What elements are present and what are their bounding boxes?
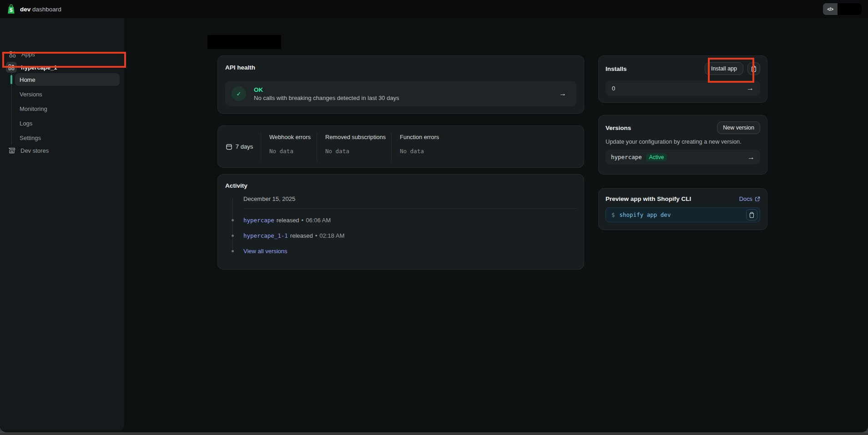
activity-title: Activity — [225, 182, 576, 189]
activity-event: hypercape_1-1 released • 02:18 AM — [243, 231, 576, 240]
api-health-card: API health ✓ OK No calls with breaking c… — [217, 55, 584, 114]
event-time: 02:18 AM — [319, 232, 344, 239]
shopify-logo-icon: S — [6, 4, 16, 15]
clipboard-icon — [751, 65, 757, 72]
versions-card: Versions New version Update your configu… — [598, 115, 767, 175]
sidebar-item-label: Apps — [21, 51, 35, 58]
sidebar-item-label: Home — [20, 76, 35, 83]
activity-view-all-row: View all versions — [243, 247, 576, 255]
cli-prompt: $ — [611, 211, 615, 218]
sidebar-item-label: hypercape_1 — [21, 64, 57, 71]
event-action: released — [277, 217, 299, 224]
metric-webhook-errors: Webhook errors No data — [261, 130, 317, 163]
app-title: dev dashboard — [20, 6, 61, 13]
redaction-box-page-title — [207, 35, 281, 49]
svg-text:S: S — [10, 8, 13, 13]
sidebar: Apps hypercape_1 Home Versions Monitorin… — [0, 18, 124, 430]
event-separator: • — [302, 217, 304, 224]
metric-value: No data — [400, 148, 584, 155]
metric-label: Function errors — [400, 134, 584, 140]
sidebar-item-versions[interactable]: Versions — [20, 88, 42, 100]
copy-command-button[interactable] — [746, 209, 757, 220]
metric-removed-subscriptions: Removed subscriptions No data — [317, 130, 391, 163]
redaction-box-account — [838, 3, 862, 15]
activity-event: hypercape released • 06:06 AM — [243, 216, 576, 224]
version-name: hypercape — [611, 154, 642, 160]
taskbar-edge — [0, 432, 868, 435]
sidebar-item-label: Versions — [20, 91, 42, 98]
timeline-dot-icon — [232, 235, 234, 237]
preview-cli-card: Preview app with Shopify CLI Docs $ shop… — [598, 188, 767, 230]
apps-grid-icon — [9, 51, 16, 58]
preview-title: Preview app with Shopify CLI — [606, 195, 691, 202]
installs-count: 0 — [612, 85, 615, 92]
activity-date: December 15, 2025 — [243, 195, 576, 209]
sidebar-item-settings[interactable]: Settings — [20, 131, 41, 144]
timeline-rail — [232, 198, 233, 251]
docs-link-label: Docs — [739, 195, 752, 202]
date-range-label: 7 days — [236, 143, 253, 150]
top-bar: S dev dashboard </> — [0, 0, 868, 18]
app-title-bold: dev — [20, 6, 30, 13]
sidebar-item-dev-stores[interactable]: Dev stores — [8, 144, 49, 157]
api-health-status-row[interactable]: ✓ OK No calls with breaking changes dete… — [225, 81, 576, 106]
version-link[interactable]: hypercape_1-1 — [243, 232, 288, 239]
view-all-versions-link[interactable]: View all versions — [243, 248, 288, 255]
date-range-selector[interactable]: 7 days — [218, 130, 261, 163]
sidebar-item-label: Logs — [20, 120, 32, 127]
timeline-dot-icon — [232, 250, 234, 252]
app-window: S dev dashboard </> Apps — [0, 0, 868, 432]
sidebar-item-hypercape-1[interactable]: hypercape_1 — [6, 61, 57, 74]
sidebar-item-logs[interactable]: Logs — [20, 117, 32, 130]
metric-function-errors: Function errors No data — [392, 130, 584, 163]
version-link[interactable]: hypercape — [243, 217, 274, 224]
copy-install-link-button[interactable] — [747, 62, 760, 75]
app-grid-icon — [6, 62, 17, 73]
event-action: released — [290, 232, 313, 239]
metric-value: No data — [325, 148, 391, 155]
versions-title: Versions — [606, 125, 631, 131]
installs-card: Installs Install app 0 → — [598, 55, 767, 103]
calendar-icon — [226, 143, 232, 150]
event-time: 06:06 AM — [306, 217, 331, 224]
activity-timeline: December 15, 2025 hypercape released • 0… — [225, 195, 576, 255]
docs-link[interactable]: Docs — [739, 195, 760, 202]
arrow-right-icon: → — [747, 85, 754, 92]
metrics-card: 7 days Webhook errors No data Removed su… — [217, 125, 584, 168]
active-status-badge: Active — [646, 153, 667, 161]
brand: S dev dashboard — [6, 4, 61, 15]
versions-description: Update your configuration by creating a … — [606, 138, 760, 145]
check-circle-icon: ✓ — [232, 86, 246, 101]
arrow-right-icon: → — [559, 90, 566, 97]
api-health-status: OK — [254, 86, 399, 93]
installs-title: Installs — [606, 65, 627, 72]
new-version-button[interactable]: New version — [717, 121, 760, 134]
sidebar-item-label: Dev stores — [20, 147, 49, 154]
active-indicator — [10, 75, 12, 84]
api-health-description: No calls with breaking changes detected … — [254, 95, 399, 101]
sidebar-item-home[interactable]: Home — [15, 73, 120, 86]
sidebar-item-label: Monitoring — [20, 105, 47, 112]
metric-label: Removed subscriptions — [325, 134, 391, 140]
metric-label: Webhook errors — [269, 134, 317, 140]
store-icon — [8, 147, 15, 154]
api-health-title: API health — [225, 64, 576, 71]
cli-command-block: $ shopify app dev — [606, 207, 760, 222]
installs-count-row[interactable]: 0 → — [606, 80, 760, 96]
install-app-button[interactable]: Install app — [705, 62, 743, 75]
app-title-rest: dashboard — [32, 6, 61, 13]
activity-card: Activity December 15, 2025 hypercape rel… — [217, 174, 584, 270]
sidebar-item-label: Settings — [20, 135, 41, 141]
external-link-icon — [755, 196, 760, 202]
cli-command: shopify app dev — [620, 211, 671, 218]
metric-value: No data — [269, 148, 317, 155]
timeline-dot-icon — [232, 219, 234, 221]
sidebar-item-monitoring[interactable]: Monitoring — [20, 102, 47, 115]
arrow-right-icon: → — [747, 154, 755, 161]
event-separator: • — [315, 232, 318, 239]
code-toggle-button[interactable]: </> — [823, 3, 838, 15]
clipboard-icon — [749, 212, 755, 218]
current-version-row[interactable]: hypercape Active → — [606, 150, 760, 165]
sidebar-item-apps[interactable]: Apps — [9, 48, 35, 60]
